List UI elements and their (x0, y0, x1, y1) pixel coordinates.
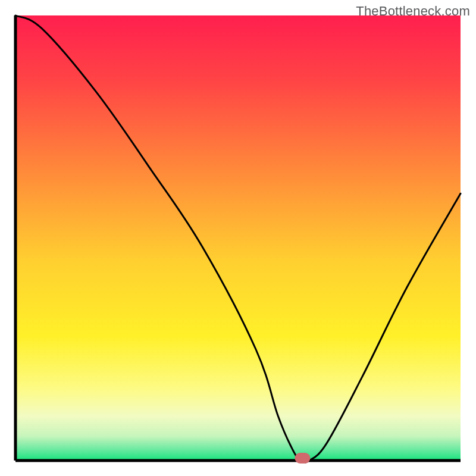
watermark-text: TheBottleneck.com (356, 4, 470, 19)
optimal-marker (295, 453, 310, 464)
bottleneck-chart (0, 0, 476, 476)
plot-background (15, 15, 461, 461)
chart-container: TheBottleneck.com (0, 0, 476, 476)
